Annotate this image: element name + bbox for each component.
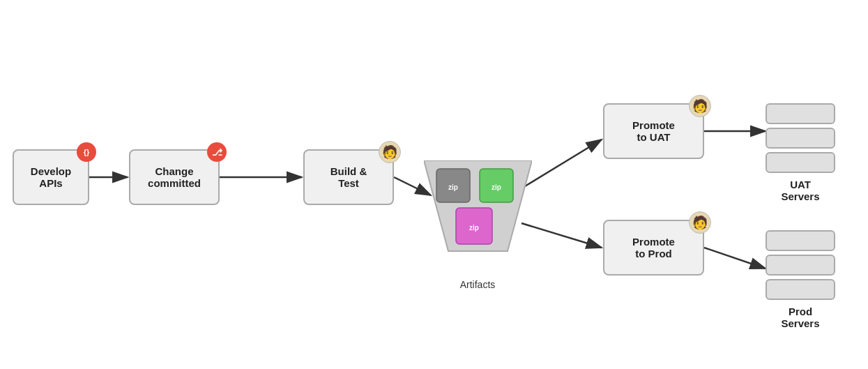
svg-text:zip: zip — [448, 183, 458, 191]
prod-servers-label: ProdServers — [766, 306, 835, 329]
prod-server-3 — [766, 279, 835, 300]
svg-text:zip: zip — [492, 183, 501, 191]
change-committed-label: Change committed — [148, 165, 201, 189]
prod-server-1 — [766, 230, 835, 251]
pipeline-canvas: Develop APIs {} Change committed ⎇ Build… — [0, 0, 868, 369]
jenkins-build-icon: 🧑 — [379, 141, 401, 163]
git-icon: ⎇ — [207, 142, 227, 162]
artifacts-label: Artifacts — [450, 279, 505, 290]
develop-apis-label: Develop APIs — [31, 165, 71, 189]
build-test-label: Build & Test — [330, 165, 367, 189]
jenkins-prod-icon: 🧑 — [689, 211, 711, 234]
develop-apis-node: Develop APIs {} — [13, 149, 89, 205]
svg-line-4 — [521, 140, 602, 188]
uat-servers-label: UATServers — [766, 179, 835, 202]
uat-servers-group: UATServers — [766, 103, 835, 202]
promote-prod-node: Promote to Prod 🧑 — [603, 220, 704, 276]
change-committed-node: Change committed ⎇ — [129, 149, 220, 205]
promote-uat-node: Promote to UAT 🧑 — [603, 103, 704, 159]
artifacts-funnel: zip zip zip — [424, 160, 532, 272]
uat-server-1 — [766, 103, 835, 124]
uat-server-2 — [766, 128, 835, 149]
uat-server-3 — [766, 152, 835, 173]
svg-text:zip: zip — [469, 224, 479, 232]
svg-line-7 — [704, 248, 766, 269]
promote-prod-label: Promote to Prod — [632, 236, 675, 259]
build-test-node: Build & Test 🧑 — [303, 149, 394, 205]
postman-icon: {} — [77, 142, 96, 162]
promote-uat-label: Promote to UAT — [632, 119, 675, 143]
svg-line-5 — [521, 223, 602, 248]
prod-server-2 — [766, 255, 835, 276]
jenkins-uat-icon: 🧑 — [689, 95, 711, 117]
prod-servers-group: ProdServers — [766, 230, 835, 329]
